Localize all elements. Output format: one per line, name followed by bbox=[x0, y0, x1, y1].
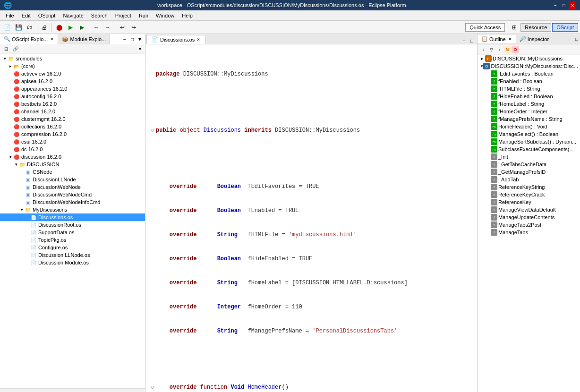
explorer-tab-close[interactable]: ✕ bbox=[50, 37, 54, 42]
list-item[interactable]: f fEnabled : Boolean bbox=[478, 77, 580, 85]
list-item[interactable]: 📄 Discussions.os bbox=[0, 213, 145, 221]
editor-minimize-icon[interactable]: − bbox=[461, 37, 468, 44]
run-ext-button[interactable]: ▶ bbox=[77, 22, 87, 33]
save-all-button[interactable]: 🗂 bbox=[25, 22, 35, 33]
file-tree[interactable]: ▾ 📁 srcmodules ▸ 📂 (core) 🔴 activeview 1… bbox=[0, 54, 145, 388]
close-panel-icon[interactable]: ▾ bbox=[136, 36, 143, 43]
list-item[interactable]: 🔴 appearances 16.2.0 bbox=[0, 85, 145, 93]
close-button[interactable]: ✕ bbox=[569, 1, 576, 9]
list-item[interactable]: 🔴 channel 16.2.0 bbox=[0, 108, 145, 115]
expand-icon[interactable]: ▾ bbox=[2, 56, 8, 61]
list-item[interactable]: 🔴 csui 16.2.0 bbox=[0, 138, 145, 145]
list-item[interactable]: m ManageSelect() : Boolean bbox=[478, 130, 580, 138]
menu-help[interactable]: Help bbox=[178, 12, 196, 19]
expand-icon[interactable]: ▸ bbox=[8, 64, 13, 68]
editor-tab-discussions[interactable]: 📄 Discussions.os ✕ bbox=[146, 35, 205, 44]
list-item[interactable]: ▸ P DISCUSSION::MyDiscussions bbox=[478, 55, 580, 62]
link-editor-button[interactable]: 🔗 bbox=[11, 45, 20, 53]
save-button[interactable]: 💾 bbox=[13, 22, 24, 33]
expand-icon[interactable]: ▾ bbox=[8, 154, 13, 159]
outline-minimize-icon[interactable]: − bbox=[571, 36, 574, 42]
list-item[interactable]: f _GetManagePrefsID bbox=[478, 168, 580, 176]
list-item[interactable]: f ManageTabs2Post bbox=[478, 221, 580, 229]
maximize-button[interactable]: □ bbox=[560, 1, 568, 9]
filter-icon[interactable]: ▽ bbox=[487, 46, 495, 53]
forward-button[interactable]: → bbox=[102, 22, 113, 33]
tree-root-item[interactable]: ▾ 📁 srcmodules bbox=[0, 55, 145, 62]
list-item[interactable]: 🔴 dc 16.2.0 bbox=[0, 145, 145, 153]
list-item[interactable]: m SubclassExecuteComponents(... bbox=[478, 145, 580, 153]
info-icon[interactable]: i bbox=[495, 46, 503, 53]
list-item[interactable]: 🔴 collections 16.2.0 bbox=[0, 123, 145, 130]
sort-icon[interactable]: ↕ bbox=[479, 46, 487, 53]
list-item[interactable]: f _Init bbox=[478, 153, 580, 161]
menu-edit[interactable]: Edit bbox=[18, 12, 34, 19]
menu-project[interactable]: Project bbox=[111, 12, 135, 19]
tab-oscript-explorer[interactable]: 🔍 OScript Explo... ✕ bbox=[0, 34, 58, 44]
list-item[interactable]: m ManageSortSubclass() : Dynam... bbox=[478, 138, 580, 145]
collapse-btn[interactable]: ⊖ bbox=[149, 127, 156, 135]
menu-file[interactable]: File bbox=[2, 12, 18, 19]
tab-module-explorer[interactable]: 📦 Module Explo... bbox=[58, 34, 110, 44]
list-item[interactable]: 📄 DiscussionRoot.os bbox=[0, 221, 145, 229]
list-item[interactable]: f fHideEnabled : Boolean bbox=[478, 93, 580, 100]
list-item[interactable]: f ReferenceKey bbox=[478, 198, 580, 206]
list-item[interactable]: f fManagePrefsName : String bbox=[478, 115, 580, 123]
outline-maximize-icon[interactable]: □ bbox=[575, 36, 578, 42]
list-item[interactable]: f fEditFavorites : Boolean bbox=[478, 70, 580, 77]
list-item[interactable]: 🔴 autoconfig 16.2.0 bbox=[0, 93, 145, 100]
list-item[interactable]: f ReferenceKeyCrack bbox=[478, 191, 580, 198]
list-item[interactable]: f ManageViewDataDefault bbox=[478, 206, 580, 213]
code-editor[interactable]: package DISCUSSION::MyDiscussions ⊖ publ… bbox=[145, 44, 477, 392]
list-item[interactable]: f ManageTabs bbox=[478, 229, 580, 236]
list-item[interactable]: f _AddTab bbox=[478, 176, 580, 183]
tab-outline[interactable]: 📋 Outline ✕ bbox=[478, 35, 516, 43]
menu-oscript[interactable]: OScript bbox=[34, 12, 60, 19]
tree-scrollbar[interactable] bbox=[0, 388, 145, 392]
list-item[interactable]: f _GetTabsCacheData bbox=[478, 161, 580, 168]
list-item[interactable]: f fHomeOrder : Integer bbox=[478, 108, 580, 115]
notify-icon[interactable]: N bbox=[503, 46, 511, 53]
error-icon[interactable]: O bbox=[512, 46, 519, 53]
undo-button[interactable]: ↩ bbox=[117, 22, 128, 33]
redo-button[interactable]: ↪ bbox=[128, 22, 139, 33]
perspective-button[interactable]: ⊞ bbox=[509, 22, 520, 33]
collapse-all-button[interactable]: ⊟ bbox=[2, 45, 10, 53]
list-item[interactable]: 🔴 activeview 16.2.0 bbox=[0, 70, 145, 77]
quick-access-button[interactable]: Quick Access bbox=[465, 23, 505, 32]
new-button[interactable]: 📄 bbox=[2, 22, 12, 33]
list-item[interactable]: 🔴 apisea 16.2.0 bbox=[0, 77, 145, 85]
expand-icon[interactable]: ▸ bbox=[479, 56, 485, 61]
list-item[interactable]: ▾ 🔴 discussion 16.2.0 bbox=[0, 153, 145, 161]
list-item[interactable]: f fHomeLabel : String bbox=[478, 100, 580, 108]
minimize-panel-icon[interactable]: − bbox=[121, 36, 128, 43]
outline-tree[interactable]: ▸ P DISCUSSION::MyDiscussions ▾ O DISCUS… bbox=[478, 55, 580, 392]
list-item[interactable]: ▸ 📂 (core) bbox=[0, 62, 145, 70]
list-item[interactable]: 📄 Discussion LLNode.os bbox=[0, 251, 145, 259]
list-item[interactable]: 📄 SupportData.os bbox=[0, 229, 145, 236]
debug-button[interactable]: ⬤ bbox=[54, 22, 64, 33]
list-item[interactable]: ▾ 📁 MyDiscussions bbox=[0, 206, 145, 213]
list-item[interactable]: 🔴 compression 16.2.0 bbox=[0, 130, 145, 138]
tree-menu-icon[interactable]: ▾ bbox=[136, 46, 143, 52]
list-item[interactable]: ▣ DiscussionWebNodeInfoCmd bbox=[0, 198, 145, 206]
list-item[interactable]: ▾ O DISCUSSION::MyDiscussions::Disc... bbox=[478, 62, 580, 70]
list-item[interactable]: f fHTMLFile : String bbox=[478, 85, 580, 93]
minimize-button[interactable]: − bbox=[552, 1, 559, 9]
list-item[interactable]: ▣ DiscussionLLNode bbox=[0, 176, 145, 183]
list-item[interactable]: ▣ DiscussionWebNode bbox=[0, 183, 145, 191]
list-item[interactable]: 📄 Discussion Module.os bbox=[0, 259, 145, 266]
menu-navigate[interactable]: Navigate bbox=[59, 12, 87, 19]
expand-icon[interactable]: ▾ bbox=[19, 207, 25, 212]
list-item[interactable]: ▾ 📁 DISCUSSION bbox=[0, 161, 145, 168]
list-item[interactable]: 🔴 bestbets 16.2.0 bbox=[0, 100, 145, 108]
oscript-perspective[interactable]: OScript bbox=[552, 23, 578, 32]
resource-perspective[interactable]: Resource bbox=[520, 23, 551, 32]
back-button[interactable]: ← bbox=[91, 22, 102, 33]
list-item[interactable]: 🔴 clustermgmt 16.2.0 bbox=[0, 115, 145, 123]
menu-run[interactable]: Run bbox=[135, 12, 152, 19]
list-item[interactable]: m HomeHeader() : Void bbox=[478, 123, 580, 130]
list-item[interactable]: ▣ DiscussionWebNodeCmd bbox=[0, 191, 145, 198]
list-item[interactable]: 📄 TopicPkg.os bbox=[0, 236, 145, 244]
list-item[interactable]: 📄 Configure.os bbox=[0, 244, 145, 251]
